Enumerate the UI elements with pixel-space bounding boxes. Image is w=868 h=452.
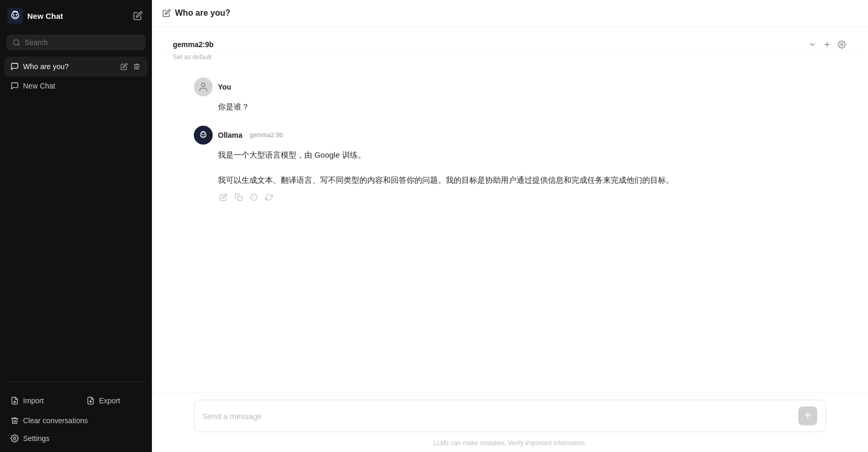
message-sender-row-user: You xyxy=(194,78,826,96)
sidebar-footer: Import Export Clear conversations Settin… xyxy=(0,385,152,452)
refresh-icon xyxy=(265,193,273,201)
assistant-message-actions xyxy=(194,192,826,203)
message-block-user: You 你是谁？ xyxy=(194,78,826,113)
disclaimer: LLMs can make mistakes. Verify important… xyxy=(152,436,868,452)
export-icon xyxy=(86,396,95,405)
import-icon xyxy=(10,396,19,405)
trash-icon xyxy=(133,63,140,70)
svg-line-18 xyxy=(202,132,202,133)
model-name: gemma2:9b xyxy=(173,40,214,49)
sidebar-divider xyxy=(6,381,146,382)
model-chevron-button[interactable] xyxy=(807,39,818,50)
chat-header: Who are you? xyxy=(152,0,868,27)
messages-area: You 你是谁？ Ollama g xyxy=(152,67,868,393)
svg-rect-0 xyxy=(7,8,23,24)
main-content: Who are you? gemma2:9b xyxy=(152,0,868,452)
settings-label: Settings xyxy=(23,434,50,443)
ollama-avatar xyxy=(194,126,213,145)
nav-item-actions xyxy=(119,62,141,71)
user-message-text: 你是谁？ xyxy=(194,101,826,113)
export-label: Export xyxy=(99,396,120,405)
send-button[interactable] xyxy=(798,406,817,425)
user-sender-name: You xyxy=(218,83,231,91)
svg-line-4 xyxy=(13,12,14,13)
search-input-wrapper xyxy=(6,35,146,50)
pencil-icon xyxy=(219,193,227,201)
model-selector-actions xyxy=(807,39,847,50)
nav-list: Who are you? xyxy=(0,53,152,378)
app-title: New Chat xyxy=(27,12,63,20)
export-button[interactable]: Export xyxy=(80,392,148,409)
assistant-sender-name: Ollama xyxy=(218,131,243,139)
app-logo-title: New Chat xyxy=(7,8,63,24)
search-bar xyxy=(0,31,152,53)
svg-point-14 xyxy=(202,83,205,87)
regenerate-message-button[interactable] xyxy=(263,192,274,203)
import-export-row: Import Export xyxy=(4,390,148,411)
info-icon xyxy=(250,193,258,201)
user-avatar xyxy=(194,78,213,96)
message-input[interactable] xyxy=(203,411,793,422)
user-icon xyxy=(198,82,208,92)
svg-point-10 xyxy=(14,437,16,439)
sidebar-item-new-chat[interactable]: New Chat xyxy=(4,76,148,95)
svg-line-5 xyxy=(17,12,17,13)
message-block-assistant: Ollama gemma2:9b 我是一个大型语言模型，由 Google 训练。… xyxy=(194,126,826,203)
copy-message-button[interactable] xyxy=(233,192,244,203)
svg-line-7 xyxy=(18,44,19,46)
chat-title: Who are you? xyxy=(175,8,230,18)
ollama-logo-icon xyxy=(197,129,210,141)
svg-point-3 xyxy=(16,14,17,16)
import-label: Import xyxy=(23,396,44,405)
info-message-button[interactable] xyxy=(248,192,259,203)
assistant-model-tag: gemma2:9b xyxy=(250,131,283,139)
message-input-wrapper xyxy=(194,400,826,432)
svg-point-15 xyxy=(201,132,206,138)
gear-icon xyxy=(838,40,846,49)
send-icon xyxy=(804,412,812,420)
search-input[interactable] xyxy=(25,38,139,47)
nav-item-label: New Chat xyxy=(23,82,55,90)
set-default-text: Set as default xyxy=(162,52,858,67)
chat-header-title: Who are you? xyxy=(162,8,230,18)
svg-rect-20 xyxy=(238,196,242,201)
settings-button[interactable]: Settings xyxy=(4,430,148,447)
app-logo-icon xyxy=(7,8,23,24)
model-selector-row: gemma2:9b xyxy=(162,33,858,52)
delete-chat-button[interactable] xyxy=(132,62,141,71)
edit-icon xyxy=(162,9,171,17)
assistant-message-text: 我是一个大型语言模型，由 Google 训练。 我可以生成文本、翻译语言、写不同… xyxy=(194,149,826,186)
input-area xyxy=(152,393,868,436)
edit-chat-button[interactable] xyxy=(119,62,129,71)
assistant-paragraph-2: 我可以生成文本、翻译语言、写不同类型的内容和回答你的问题。我的目标是协助用户通过… xyxy=(218,174,826,186)
sidebar-header: New Chat xyxy=(0,0,152,31)
nav-item-label: Who are you? xyxy=(23,62,69,71)
chevron-down-icon xyxy=(808,40,817,49)
assistant-paragraph-1: 我是一个大型语言模型，由 Google 训练。 xyxy=(218,149,826,161)
new-chat-icon-button[interactable] xyxy=(131,9,145,23)
chat-bubble-icon xyxy=(10,82,19,90)
model-selector-area: gemma2:9b xyxy=(152,27,868,67)
plus-icon xyxy=(823,40,831,49)
search-icon xyxy=(13,39,20,47)
import-button[interactable]: Import xyxy=(4,392,72,409)
pencil-icon xyxy=(120,63,128,70)
clear-conversations-label: Clear conversations xyxy=(23,416,88,425)
svg-point-16 xyxy=(202,134,203,135)
model-add-button[interactable] xyxy=(822,39,832,50)
gear-icon xyxy=(10,434,19,443)
svg-line-19 xyxy=(204,132,205,133)
sidebar-item-who-are-you[interactable]: Who are you? xyxy=(4,57,148,76)
compose-icon xyxy=(133,11,142,20)
chat-bubble-icon xyxy=(10,62,19,71)
svg-point-17 xyxy=(204,134,205,135)
edit-message-button[interactable] xyxy=(218,192,229,203)
model-settings-button[interactable] xyxy=(837,39,847,50)
svg-point-13 xyxy=(841,43,843,46)
message-sender-row-assistant: Ollama gemma2:9b xyxy=(194,126,826,145)
clear-conversations-button[interactable]: Clear conversations xyxy=(4,412,148,429)
svg-point-2 xyxy=(13,14,15,16)
sidebar: New Chat Who are you? xyxy=(0,0,152,452)
trash-icon xyxy=(10,416,19,425)
copy-icon xyxy=(235,193,243,201)
